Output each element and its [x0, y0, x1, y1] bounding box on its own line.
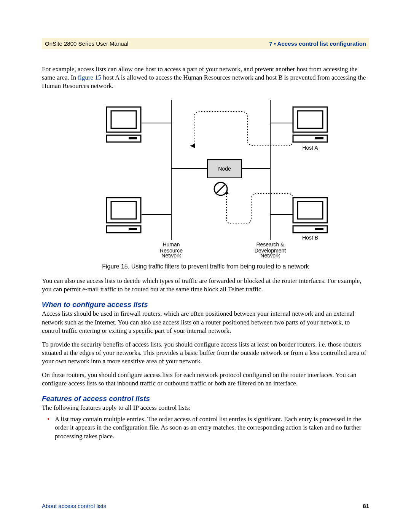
paragraph-5: On these routers, you should configure a… [42, 371, 369, 388]
svg-rect-24 [315, 137, 323, 139]
paragraph-intro: For example, access lists can allow one … [42, 65, 369, 90]
svg-rect-16 [129, 137, 137, 139]
svg-rect-28 [315, 228, 323, 230]
running-footer: About access control lists 81 [42, 503, 369, 509]
svg-rect-20 [129, 228, 137, 230]
computer-icon [293, 198, 327, 233]
svg-rect-22 [298, 111, 323, 128]
svg-rect-26 [298, 201, 323, 219]
hr-label-3: Network [161, 252, 181, 259]
feature-list: A list may contain multiple entries. The… [42, 415, 369, 440]
hr-label-1: Human [162, 241, 180, 248]
rd-label-1: Research & [256, 241, 284, 248]
header-right: 7 • Access control list configuration [269, 40, 366, 47]
running-header: OnSite 2800 Series User Manual 7 • Acces… [42, 38, 369, 49]
computer-icon [107, 107, 141, 142]
prohibit-icon [214, 182, 227, 195]
figure-15-diagram: Node [42, 96, 369, 259]
header-left: OnSite 2800 Series User Manual [45, 40, 128, 47]
node-label: Node [218, 166, 231, 172]
host-a-label: Host A [302, 145, 318, 151]
paragraph-3: Access lists should be used in firewall … [42, 310, 369, 335]
computer-icon [293, 107, 327, 142]
rd-label-3: Network [260, 252, 280, 259]
footer-left: About access control lists [42, 503, 106, 509]
paragraph-6: The following features apply to all IP a… [42, 404, 369, 412]
heading-features: Features of access control lists [42, 395, 369, 403]
figure-15-link[interactable]: figure 15 [78, 74, 101, 81]
computer-icon [107, 198, 141, 233]
heading-when-to-configure: When to configure access lists [42, 300, 369, 309]
list-item: A list may contain multiple entries. The… [53, 415, 369, 440]
figure-caption: Figure 15. Using traffic filters to prev… [42, 263, 369, 270]
host-b-label: Host B [302, 235, 318, 241]
paragraph-2: You can also use access lists to decide … [42, 277, 369, 294]
paragraph-4: To provide the security benefits of acce… [42, 340, 369, 366]
svg-rect-18 [111, 201, 136, 219]
page-number: 81 [363, 503, 369, 509]
svg-marker-9 [190, 144, 195, 148]
page: OnSite 2800 Series User Manual 7 • Acces… [0, 0, 411, 532]
svg-rect-14 [111, 111, 136, 128]
